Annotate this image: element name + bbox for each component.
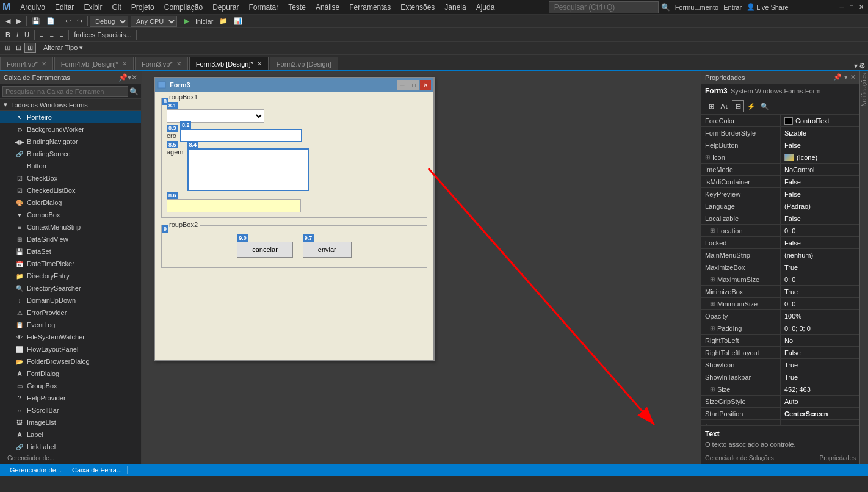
- prop-value-location[interactable]: 0; 0: [781, 225, 859, 236]
- tb2-u[interactable]: U: [21, 30, 32, 40]
- menu-ajuda[interactable]: Ajuda: [471, 2, 500, 13]
- prop-value-padding[interactable]: 0; 0; 0; 0: [781, 322, 859, 334]
- status-right[interactable]: Caixa de Ferra...: [67, 466, 128, 474]
- prop-filter-btn[interactable]: 🔍: [759, 100, 771, 112]
- menu-search-input[interactable]: [549, 1, 659, 13]
- prop-value-righttoleftlayout[interactable]: False: [781, 347, 859, 358]
- menu-git[interactable]: Git: [107, 2, 126, 13]
- tb3-grid[interactable]: ⊞: [24, 43, 36, 53]
- toolbox-item-datagridview[interactable]: ⊞ DataGridView: [0, 233, 141, 245]
- menu-editar[interactable]: Editar: [50, 2, 79, 13]
- form-window[interactable]: Form3 ─ □ ✕ 8 roupBox1 8.1: [154, 77, 435, 361]
- prop-value-localizable[interactable]: False: [781, 212, 859, 224]
- toolbox-item-datetimepicker[interactable]: 📅 DateTimePicker: [0, 258, 141, 270]
- tb2-align-l[interactable]: ≡: [37, 30, 46, 40]
- toolbox-section-header[interactable]: ▼ Todos os Windows Forms: [0, 99, 141, 111]
- toolbar-redo[interactable]: ↪: [74, 16, 85, 26]
- send-button[interactable]: enviar: [303, 242, 352, 258]
- toolbox-item-hscrollbar[interactable]: ↔ HScrollBar: [0, 404, 141, 416]
- toolbox-item-combobox[interactable]: ▼ ComboBox: [0, 209, 141, 221]
- cpu-select[interactable]: Any CPU: [131, 16, 177, 27]
- prop-value-helpbutton[interactable]: False: [781, 139, 859, 151]
- menu-arquivo[interactable]: Arquivo: [15, 2, 50, 13]
- prop-alphabetical-btn[interactable]: A↓: [718, 100, 731, 112]
- toolbox-item-linklabel[interactable]: 🔗 LinkLabel: [0, 441, 141, 452]
- start-label[interactable]: Iniciar: [192, 16, 216, 26]
- live-share-button[interactable]: Live Share: [756, 4, 789, 11]
- prop-value-maximumsize[interactable]: 0; 0: [781, 273, 859, 285]
- form-maximize-btn[interactable]: □: [408, 80, 419, 90]
- tab-form3-design[interactable]: Form3.vb [Design]* ✕: [189, 57, 269, 70]
- prop-categorized-btn[interactable]: ⊞: [705, 100, 717, 112]
- toolbox-item-bindnav[interactable]: ◀▶ BindingNavigator: [0, 136, 141, 148]
- restore-button[interactable]: □: [847, 3, 856, 12]
- prop-properties-btn[interactable]: ⊟: [732, 100, 744, 112]
- prop-value-size[interactable]: 452; 463: [781, 383, 859, 395]
- toolbox-pin[interactable]: 📌: [118, 73, 128, 82]
- field81-combo[interactable]: [167, 109, 264, 123]
- toolbar-new[interactable]: 📄: [43, 16, 58, 26]
- designer-area[interactable]: Form3 ─ □ ✕ 8 roupBox1 8.1: [142, 71, 701, 464]
- prop-value-ismdicontainer[interactable]: False: [781, 176, 859, 187]
- menu-exibir[interactable]: Exibir: [79, 2, 107, 13]
- toolbox-item-groupbox[interactable]: ▭ GroupBox: [0, 380, 141, 392]
- tab-form3-design-close[interactable]: ✕: [257, 60, 262, 67]
- properties-tab-label[interactable]: Propriedades: [820, 455, 856, 461]
- menu-extensoes[interactable]: Extensões: [396, 2, 439, 13]
- toolbox-item-bgworker[interactable]: ⚙ BackgroundWorker: [0, 123, 141, 136]
- toolbox-item-directorysearcher[interactable]: 🔍 DirectorySearcher: [0, 282, 141, 294]
- toolbar-back[interactable]: ◀: [2, 16, 13, 26]
- toolbar-misc1[interactable]: 📁: [216, 16, 231, 26]
- toolbox-search-input[interactable]: [2, 86, 128, 97]
- tb2-i[interactable]: I: [13, 30, 21, 40]
- toolbox-item-dataset[interactable]: 💾 DataSet: [0, 245, 141, 258]
- toolbox-item-directoryentry[interactable]: 📁 DirectoryEntry: [0, 270, 141, 282]
- tb3-alterar-tipo[interactable]: Alterar Tipo ▾: [40, 43, 86, 53]
- prop-value-imemode[interactable]: NoControl: [781, 164, 859, 175]
- menu-formatar[interactable]: Formatar: [244, 2, 284, 13]
- toolbox-item-ponteiro[interactable]: ↖ Ponteiro: [0, 111, 141, 123]
- toolbox-item-domainupdown[interactable]: ↕ DomainUpDown: [0, 294, 141, 306]
- prop-value-icon[interactable]: (Icone): [781, 151, 859, 163]
- status-left[interactable]: Gerenciador de...: [5, 466, 67, 474]
- properties-close[interactable]: ✕: [850, 73, 856, 81]
- tab-form4-design-close[interactable]: ✕: [122, 60, 127, 67]
- toolbox-item-flowlayoutpanel[interactable]: ⬜ FlowLayoutPanel: [0, 343, 141, 355]
- cancel-button[interactable]: cancelar: [237, 242, 293, 258]
- toolbox-item-errorprovider[interactable]: ⚠ ErrorProvider: [0, 306, 141, 319]
- prop-value-locked[interactable]: False: [781, 237, 859, 248]
- toolbox-item-button[interactable]: □ Button: [0, 160, 141, 172]
- prop-value-opacity[interactable]: 100%: [781, 310, 859, 322]
- prop-value-minimizebox[interactable]: True: [781, 286, 859, 297]
- tab-form2-design[interactable]: Form2.vb [Design]: [270, 57, 338, 70]
- prop-value-forecolor[interactable]: ControlText: [781, 115, 859, 126]
- properties-menu[interactable]: ▾: [844, 73, 848, 81]
- prop-value-mainmenustrip[interactable]: (nenhum): [781, 249, 859, 261]
- prop-value-showintaskbar[interactable]: True: [781, 371, 859, 383]
- toolbox-item-label[interactable]: A Label: [0, 429, 141, 441]
- menu-compilacao[interactable]: Compilação: [159, 2, 208, 13]
- toolbox-item-fontdialog[interactable]: A FontDialog: [0, 367, 141, 380]
- field82-input[interactable]: [180, 129, 302, 142]
- form-close-btn[interactable]: ✕: [420, 80, 431, 90]
- tb3-align[interactable]: ⊡: [13, 43, 24, 53]
- prop-value-showicon[interactable]: True: [781, 359, 859, 371]
- field86-input[interactable]: [167, 199, 301, 212]
- toolbox-item-filesystemwatcher[interactable]: 👁 FileSystemWatcher: [0, 331, 141, 343]
- prop-value-startposition[interactable]: CenterScreen: [781, 408, 859, 419]
- tab-overflow-arrow[interactable]: ▾: [854, 62, 858, 70]
- toolbox-close[interactable]: ✕: [131, 73, 137, 82]
- prop-value-tag[interactable]: [781, 420, 859, 425]
- menu-depurar[interactable]: Depurar: [208, 2, 244, 13]
- toolbox-item-imagelist[interactable]: 🖼 ImageList: [0, 416, 141, 429]
- tb2-b[interactable]: B: [2, 30, 13, 40]
- toolbox-item-bindingsrc[interactable]: 🔗 BindingSource: [0, 148, 141, 160]
- field84-textarea[interactable]: [187, 148, 309, 191]
- close-button[interactable]: ✕: [857, 3, 866, 12]
- tab-form4-vb-close[interactable]: ✕: [42, 60, 46, 67]
- tb2-indices[interactable]: Índices Espaciais...: [71, 30, 134, 40]
- tb2-align-c[interactable]: ≡: [46, 30, 56, 40]
- toolbox-item-checkedlistbox[interactable]: ☑ CheckedListBox: [0, 184, 141, 197]
- prop-value-formborderstyle[interactable]: Sizable: [781, 127, 859, 139]
- menu-janela[interactable]: Janela: [439, 2, 471, 13]
